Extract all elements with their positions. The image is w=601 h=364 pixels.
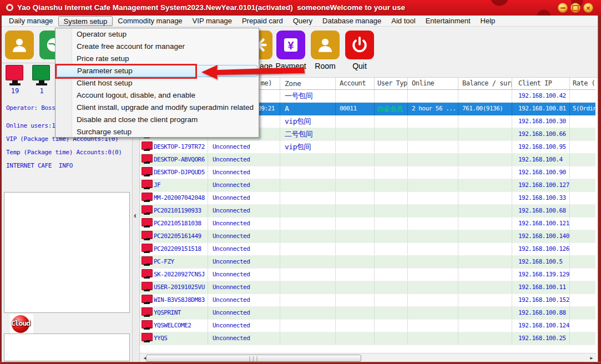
menu-item-aid-tool[interactable]: Aid tool bbox=[386, 16, 420, 26]
cell-status: Unconnected bbox=[208, 154, 280, 166]
cell-name: PC202209151518 bbox=[140, 243, 208, 255]
cell-name: DESKTOP-DJPQUD5 bbox=[140, 166, 208, 179]
table-row[interactable]: PC-FZYUnconnected192.168.100.5 bbox=[140, 256, 595, 269]
table-row[interactable]: MM-202007042048Unconnected192.168.100.33 bbox=[140, 192, 595, 205]
toolbar-button-quit[interactable]: Quit bbox=[340, 31, 379, 70]
cell-online bbox=[408, 192, 458, 204]
cell-ip: 192.168.100.90 bbox=[512, 166, 570, 179]
table-row[interactable]: DESKTOP-DJPQUD5Unconnected192.168.100.90 bbox=[140, 166, 595, 179]
cell-account bbox=[336, 166, 375, 179]
dropdown-item-surcharge-setup[interactable]: Surcharge setup bbox=[55, 126, 259, 138]
cell-rate bbox=[570, 90, 595, 102]
power-icon bbox=[345, 31, 374, 59]
cell-balance bbox=[458, 332, 512, 345]
cell-balance bbox=[458, 128, 512, 140]
client-monitor-icon bbox=[142, 218, 153, 230]
cell-account bbox=[336, 281, 375, 294]
cell-name: YQSWELCOME2 bbox=[140, 320, 208, 332]
cell-ip: 192.168.100.88 bbox=[512, 307, 570, 319]
cell-online bbox=[408, 218, 458, 230]
dropdown-item-operator-setup[interactable]: Operator setup bbox=[55, 28, 259, 41]
cell-ip: 192.168.100.66 bbox=[512, 128, 570, 140]
cell-balance bbox=[458, 307, 512, 319]
toolbar-label-quit: Quit bbox=[340, 62, 379, 70]
cell-zone bbox=[280, 294, 336, 306]
cell-online bbox=[408, 115, 458, 128]
cell-rate bbox=[570, 256, 595, 268]
window-controls: × bbox=[558, 3, 593, 13]
cell-ip: 192.168.100.121 bbox=[512, 218, 570, 230]
sidebar-list-box[interactable] bbox=[4, 192, 130, 313]
dropdown-item-client-host-setup[interactable]: Client host setup bbox=[55, 77, 259, 89]
table-row[interactable]: DESKTOP-179TR72Unconnectedvip包间192.168.1… bbox=[140, 141, 595, 154]
cell-zone bbox=[280, 179, 336, 191]
horizontal-scrollbar[interactable]: ◄ ||| ► bbox=[140, 353, 597, 362]
restore-button[interactable] bbox=[570, 3, 580, 13]
cell-zone bbox=[280, 320, 336, 332]
cell-status: Unconnected bbox=[208, 179, 280, 191]
sidebar-bottom-box bbox=[4, 333, 130, 361]
table-row[interactable]: PC202209151518Unconnected192.168.100.126 bbox=[140, 243, 595, 256]
toolbar-button-payment[interactable]: ¥Payment bbox=[271, 31, 310, 70]
dropdown-item-disable-and-close-the-client-program[interactable]: Disable and close the client program bbox=[55, 114, 259, 126]
table-row[interactable]: PC202205161449Unconnected192.168.100.140 bbox=[140, 230, 595, 243]
table-row[interactable]: YQSPRINTUnconnected192.168.100.88 bbox=[140, 307, 595, 320]
cell-account bbox=[336, 256, 375, 268]
cell-rate bbox=[570, 115, 595, 128]
menu-item-query[interactable]: Query bbox=[288, 16, 317, 26]
cell-account bbox=[336, 205, 375, 217]
toolbar-button-room[interactable]: Room bbox=[306, 31, 345, 70]
yen-icon: ¥ bbox=[276, 31, 305, 59]
cell-rate bbox=[570, 179, 595, 191]
menu-item-system-setup[interactable]: System setup bbox=[58, 16, 113, 26]
dropdown-item-price-rate-setup[interactable]: Price rate setup bbox=[55, 53, 259, 65]
dropdown-item-create-free-account-for-manager[interactable]: Create free account for manager bbox=[55, 41, 259, 53]
cell-status: Unconnected bbox=[208, 269, 280, 281]
cell-balance bbox=[458, 179, 512, 191]
scrollbar-grip-icon: ||| bbox=[248, 356, 259, 361]
table-row[interactable]: YYQSUnconnected192.168.100.25 bbox=[140, 332, 595, 345]
cell-zone bbox=[280, 269, 336, 281]
table-row[interactable]: USER-20191025VUUnconnected192.168.100.11 bbox=[140, 281, 595, 294]
menu-item-database-manage[interactable]: Database manage bbox=[317, 16, 386, 26]
client-monitor-icon bbox=[142, 256, 153, 268]
menu-item-daily-manage[interactable]: Daily manage bbox=[4, 16, 58, 26]
table-row[interactable]: PC202101190933Unconnected192.168.100.68 bbox=[140, 205, 595, 218]
menu-item-prepaid-card[interactable]: Prepaid card bbox=[237, 16, 288, 26]
menu-item-vip-manage[interactable]: VIP manage bbox=[188, 16, 237, 26]
cell-rate bbox=[570, 205, 595, 217]
close-icon: × bbox=[584, 3, 593, 12]
person-icon bbox=[311, 31, 340, 59]
table-row[interactable]: JFUnconnected192.168.100.127 bbox=[140, 179, 595, 192]
collapse-chevron-icon[interactable]: ‹ bbox=[134, 210, 137, 220]
window-border-left bbox=[0, 16, 2, 364]
table-row[interactable]: WIN-B3VS8J8DM83Unconnected192.168.100.15… bbox=[140, 294, 595, 307]
minimize-button[interactable] bbox=[558, 3, 568, 13]
cell-name: SK-20220927CNSJ bbox=[140, 269, 208, 281]
cell-account bbox=[336, 179, 375, 191]
cell-rate bbox=[570, 332, 595, 345]
dropdown-item-parameter-setup[interactable]: Parameter setup bbox=[57, 65, 257, 77]
menu-item-help[interactable]: Help bbox=[476, 16, 501, 26]
cell-user_type bbox=[375, 230, 408, 242]
cell-online bbox=[408, 269, 458, 281]
cell-user_type bbox=[375, 205, 408, 217]
cell-online bbox=[408, 179, 458, 191]
table-row[interactable]: PC202105181038Unconnected192.168.100.121 bbox=[140, 218, 595, 230]
table-row[interactable]: DESKTOP-ABVQOR6Unconnected192.168.100.4 bbox=[140, 154, 595, 166]
table-row[interactable]: YQSWELCOME2Unconnected192.168.100.124 bbox=[140, 320, 595, 332]
client-monitor-icon bbox=[142, 231, 153, 242]
close-button[interactable]: × bbox=[583, 3, 593, 13]
menu-item-entertainment[interactable]: Entertainment bbox=[421, 16, 476, 26]
menu-item-commodity-manage[interactable]: Commodity manage bbox=[113, 16, 187, 26]
table-row[interactable]: SK-20220927CNSJUnconnected192.168.139.12… bbox=[140, 269, 595, 281]
dropdown-item-client-install-upgrade-and-modify-superadmin-related[interactable]: Client install, upgrade and modify super… bbox=[55, 102, 259, 114]
cell-status: Unconnected bbox=[208, 218, 280, 230]
cell-zone bbox=[280, 205, 336, 217]
scrollbar-thumb[interactable]: ||| bbox=[146, 355, 361, 362]
cell-ip: 192.168.100.127 bbox=[512, 179, 570, 191]
toolbar-label-payment: Payment bbox=[271, 62, 310, 70]
scroll-right-arrow-icon[interactable]: ► bbox=[587, 354, 596, 362]
cell-zone bbox=[280, 281, 336, 294]
dropdown-item-account-logout-disable-and-enable[interactable]: Account logout, disable, and enable bbox=[55, 89, 259, 102]
